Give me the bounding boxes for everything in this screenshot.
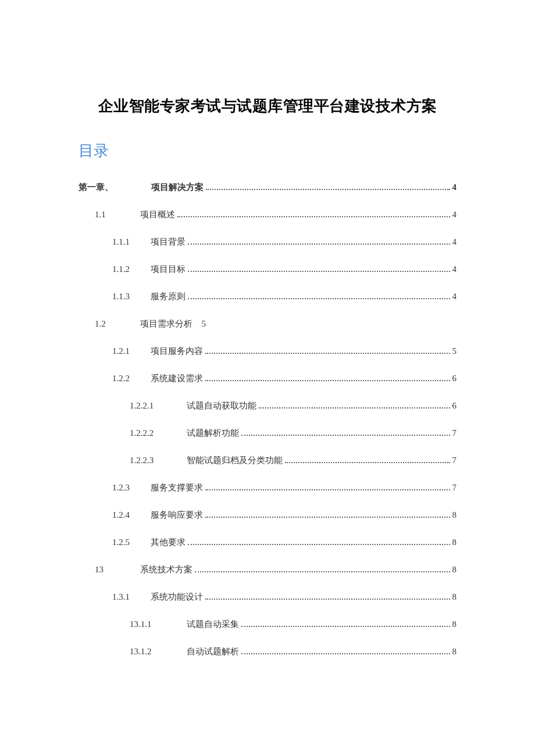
toc-dots-leader [188, 243, 450, 245]
toc-entry-number: 13.1.2 [130, 647, 187, 657]
toc-entry[interactable]: 1.2.2.2试题解析功能7 [79, 428, 456, 439]
toc-entry-number: 1.2 [95, 319, 140, 329]
toc-entry-label: 试题自动采集 [187, 619, 239, 630]
toc-entry-page: 7 [452, 428, 457, 438]
toc-entry-label: 服务支撑要求 [151, 482, 203, 493]
toc-entry-label: 系统功能设计 [151, 592, 203, 603]
toc-entry-page: 4 [452, 264, 457, 274]
toc-entry-page: 5 [202, 319, 206, 329]
toc-entry-number: 1.2.1 [112, 346, 151, 356]
toc-entry-label: 系统建设需求 [151, 373, 203, 384]
toc-dots-leader [205, 380, 450, 381]
toc-entry-number: 1.1 [95, 210, 140, 220]
document-page: 企业智能专家考试与试题库管理平台建设技术方案 目录 第一章、项目解决方案41.1… [0, 0, 535, 657]
toc-entry-number: 1.1.1 [112, 237, 151, 247]
toc-entry-page: 7 [452, 456, 457, 465]
toc-entry-number: 1.2.2.3 [130, 456, 187, 465]
toc-entry[interactable]: 1.1.3服务原则4 [79, 291, 456, 302]
toc-dots-leader [205, 517, 450, 518]
table-of-contents: 第一章、项目解决方案41.1项目概述41.1.1项目背景41.1.2项目目标41… [79, 182, 456, 657]
toc-entry[interactable]: 1.2.2系统建设需求6 [79, 373, 456, 384]
toc-entry-number: 1.2.4 [112, 510, 151, 520]
toc-dots-leader [259, 407, 450, 409]
toc-entry-label: 其他要求 [151, 537, 186, 548]
toc-entry-number: 13.1.1 [130, 619, 187, 629]
toc-entry-label: 服务原则 [151, 291, 186, 302]
toc-entry-number: 第一章、 [79, 182, 151, 193]
toc-entry-page: 6 [452, 374, 457, 384]
toc-entry-number: 1.1.2 [112, 264, 151, 274]
toc-entry[interactable]: 1.2.2.1试题自动获取功能6 [79, 400, 456, 411]
toc-entry-number: 1.2.2 [112, 374, 151, 384]
toc-dots-leader [188, 544, 450, 545]
toc-entry-label: 智能试题归档及分类功能 [187, 455, 283, 466]
toc-entry-label: 系统技术方案 [140, 564, 192, 575]
toc-entry[interactable]: 1.2.1项目服务内容5 [79, 346, 456, 357]
toc-entry-label: 项目概述 [140, 209, 175, 220]
toc-heading: 目录 [79, 141, 456, 161]
toc-dots-leader [188, 298, 450, 299]
toc-entry-label: 项目需求分析 [140, 318, 192, 329]
toc-entry-label: 项目背景 [151, 237, 186, 248]
toc-dots-leader [241, 626, 450, 627]
toc-entry-label: 项目服务内容 [151, 346, 203, 357]
toc-entry-page: 8 [452, 565, 457, 575]
toc-entry-label: 试题自动获取功能 [187, 400, 256, 411]
toc-entry-page: 6 [452, 401, 457, 411]
toc-entry-page: 8 [452, 592, 457, 602]
toc-entry-number: 1.2.3 [112, 483, 151, 493]
toc-dots-leader [205, 353, 450, 354]
toc-entry[interactable]: 第一章、项目解决方案4 [79, 182, 456, 193]
toc-entry-page: 7 [452, 483, 457, 493]
document-title: 企业智能专家考试与试题库管理平台建设技术方案 [79, 96, 456, 116]
toc-entry-page: 4 [452, 292, 457, 302]
toc-entry[interactable]: 13.1.1试题自动采集8 [79, 619, 456, 630]
toc-entry-page: 8 [452, 510, 457, 520]
toc-entry[interactable]: 1.2.4服务响应要求8 [79, 510, 456, 521]
toc-entry-number: 1.3.1 [112, 592, 151, 602]
toc-entry[interactable]: 1.3.1系统功能设计8 [79, 592, 456, 603]
toc-entry-label: 项目目标 [151, 264, 186, 275]
toc-entry-page: 5 [452, 346, 457, 356]
toc-entry[interactable]: 13系统技术方案8 [79, 564, 456, 575]
toc-entry-number: 1.2.5 [112, 538, 151, 547]
toc-dots-leader [205, 599, 450, 600]
toc-dots-leader [188, 271, 450, 272]
toc-entry[interactable]: 1.1.1项目背景4 [79, 237, 456, 248]
toc-entry-label: 试题解析功能 [187, 428, 239, 439]
toc-entry-page: 4 [452, 210, 457, 220]
toc-entry-number: 13 [95, 565, 140, 575]
toc-entry-page: 4 [452, 237, 457, 247]
toc-entry-page: 8 [452, 619, 457, 629]
toc-dots-leader [206, 189, 450, 190]
toc-entry-label: 服务响应要求 [151, 510, 203, 521]
toc-dots-leader [241, 653, 450, 654]
toc-entry[interactable]: 1.2.2.3智能试题归档及分类功能7 [79, 455, 456, 466]
toc-entry-label: 自动试题解析 [187, 646, 239, 657]
toc-entry-label: 项目解决方案 [151, 182, 204, 193]
toc-entry[interactable]: 1.1.2项目目标4 [79, 264, 456, 275]
toc-entry[interactable]: 1.1项目概述4 [79, 209, 456, 220]
toc-dots-leader [205, 489, 450, 490]
toc-dots-leader [195, 571, 450, 572]
toc-dots-leader [285, 462, 450, 463]
toc-entry-number: 1.2.2.1 [130, 401, 187, 411]
toc-entry[interactable]: 1.2.3服务支撑要求7 [79, 482, 456, 493]
toc-entry-page: 8 [452, 538, 457, 547]
toc-entry[interactable]: 13.1.2自动试题解析8 [79, 646, 456, 657]
toc-entry-page: 4 [452, 182, 457, 192]
toc-dots-leader [241, 435, 450, 436]
toc-dots-leader [177, 216, 450, 217]
toc-entry-number: 1.1.3 [112, 292, 151, 302]
toc-entry-page: 8 [452, 647, 457, 657]
toc-entry[interactable]: 1.2项目需求分析 5 [79, 318, 456, 329]
toc-entry[interactable]: 1.2.5其他要求8 [79, 537, 456, 548]
toc-entry-number: 1.2.2.2 [130, 428, 187, 438]
